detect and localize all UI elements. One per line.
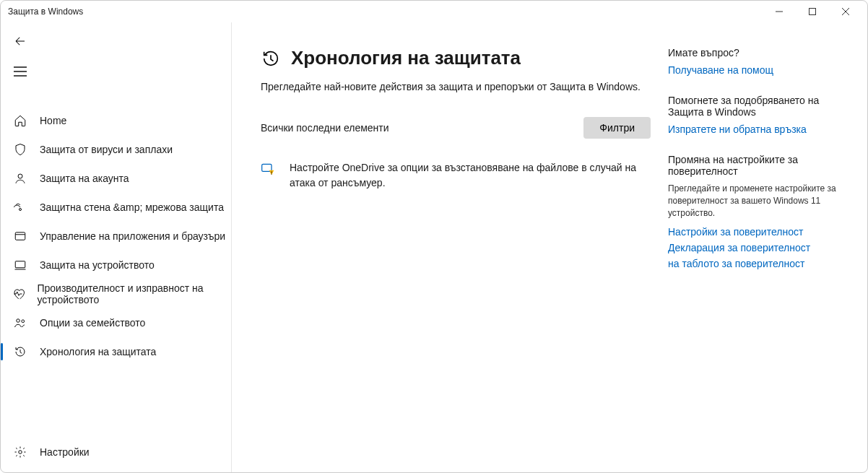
app-window: Защита в Windows [0,0,868,473]
svg-rect-10 [15,261,25,268]
maximize-icon [808,7,817,16]
items-header-label: Всички последни елементи [261,122,583,134]
privacy-heading: Промяна на настройките за поверителност [668,154,857,177]
svg-rect-8 [15,233,25,240]
sidebar-item-appbrowser[interactable]: Управление на приложения и браузъри [1,222,231,251]
window-title: Защита в Windows [8,6,83,17]
home-icon [12,114,28,127]
svg-point-14 [19,451,22,454]
svg-point-7 [18,174,22,178]
sidebar-item-account[interactable]: Защита на акаунта [1,164,231,193]
gear-icon [12,446,28,459]
recommendation-text: Настройте OneDrive за опции за възстанов… [290,160,651,191]
sidebar-item-firewall[interactable]: Защитна стена &amp; мрежова защита [1,193,231,222]
sidebar-item-label: Производителност и изправност на устройс… [37,282,231,305]
svg-point-18 [271,174,272,175]
sidebar-item-label: Опции за семейството [40,317,145,329]
family-icon [12,316,28,329]
sidebar-item-home[interactable]: Home [1,106,231,135]
shield-icon [12,143,28,156]
sidebar-item-family[interactable]: Опции за семейството [1,308,231,337]
back-button[interactable] [1,27,231,56]
improve-heading: Помогнете за подобряването на Защита в W… [668,95,857,118]
device-icon [12,259,28,272]
privacy-desc: Прегледайте и променете настройките за п… [668,183,857,219]
minimize-button[interactable] [769,1,789,22]
close-button[interactable] [836,1,856,22]
hamburger-icon [14,66,27,77]
svg-rect-1 [810,9,816,15]
heart-pulse-icon [12,287,25,300]
close-icon [841,7,850,16]
recommendation-item[interactable]: Настройте OneDrive за опции за възстанов… [261,160,651,191]
content-area: Хронология на защитата Прегледайте най-н… [232,22,867,472]
sidebar-item-device[interactable]: Защита на устройството [1,251,231,279]
sidebar-item-virus[interactable]: Защита от вируси и заплахи [1,135,231,164]
items-header: Всички последни елементи Филтри [261,117,651,139]
help-heading: Имате въпрос? [668,47,857,58]
sidebar-item-label: Настройки [40,446,90,458]
window-controls [769,1,860,22]
sidebar-item-label: Управление на приложения и браузъри [40,230,225,242]
right-column: Имате въпрос? Получаване на помощ Помогн… [651,47,867,472]
feedback-link[interactable]: Изпратете ни обратна връзка [668,123,857,135]
page-title: Хронология на защитата [291,47,521,69]
page-subtitle: Прегледайте най-новите действия за защит… [261,81,651,92]
help-link[interactable]: Получаване на помощ [668,64,857,76]
sidebar-item-label: Home [40,115,66,126]
app-browser-icon [12,230,28,243]
sidebar-item-settings[interactable]: Настройки [1,438,231,467]
privacy-statement-link[interactable]: Декларация за поверителност [668,242,857,253]
sidebar-item-performance[interactable]: Производителност и изправност на устройс… [1,279,231,308]
privacy-settings-link[interactable]: Настройки за поверителност [668,226,857,238]
titlebar: Защита в Windows [1,1,867,22]
nav-toggle-button[interactable] [1,56,231,87]
network-icon [12,201,28,214]
privacy-dashboard-link[interactable]: на таблото за поверителност [668,258,857,269]
onedrive-warning-icon [261,162,275,191]
history-icon [261,48,281,69]
page-header: Хронология на защитата [261,47,651,69]
sidebar: Home Защита от вируси и заплахи Защита н… [1,22,232,472]
svg-point-12 [17,319,20,323]
filter-button[interactable]: Филтри [583,117,651,139]
sidebar-item-label: Защита на акаунта [40,173,129,184]
minimize-icon [775,7,784,16]
svg-point-13 [22,320,25,323]
back-arrow-icon [14,35,27,48]
sidebar-item-label: Защита от вируси и заплахи [40,144,173,155]
history-icon [12,345,28,358]
account-icon [12,172,28,185]
sidebar-item-label: Хронология на защитата [40,346,156,357]
maximize-button[interactable] [802,1,823,22]
nav-list: Home Защита от вируси и заплахи Защита н… [1,106,231,366]
sidebar-item-label: Защитна стена &amp; мрежова защита [40,201,224,213]
sidebar-item-history[interactable]: Хронология на защитата [1,337,231,366]
sidebar-item-label: Защита на устройството [40,259,155,271]
